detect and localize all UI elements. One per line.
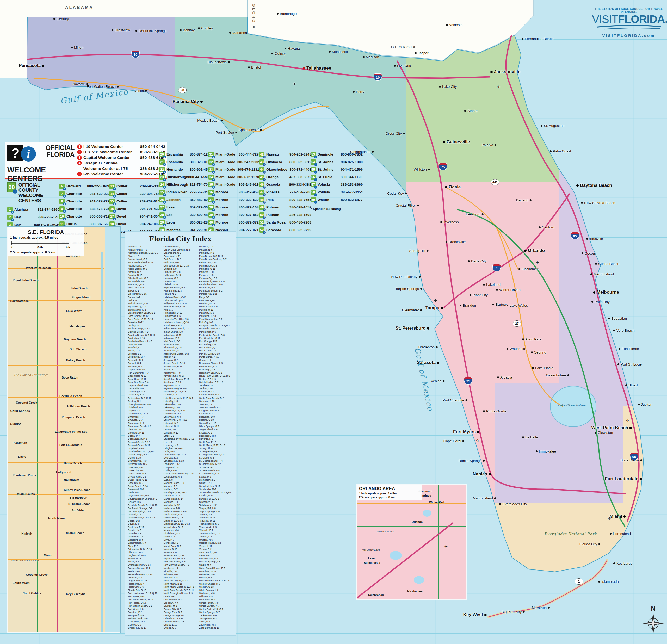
county-phone: 305-245-9180 [239, 183, 261, 186]
city-index-entry: Ocala, M-5 [164, 595, 197, 598]
atlantic-ocean-strip [105, 228, 119, 632]
welcome-center-number: 5 [77, 172, 82, 176]
city-index-entry: Crescent City, N-5 [128, 462, 162, 465]
city-index-entry: Jacksonville Beach, O-2 [164, 352, 197, 356]
county-row: 6iBroward800-22-SUNNY [60, 182, 112, 190]
welcome-center-name-line: Joseph O. Striska [83, 160, 140, 166]
county-phone: 800-322-3319 [290, 160, 311, 164]
county-name: Putnam [266, 205, 290, 209]
county-number: 11i [60, 221, 65, 227]
county-name: Leon [166, 220, 190, 224]
logo-swoosh [596, 25, 661, 31]
city-index-entry: Lantana, R-12 [164, 431, 197, 434]
city-index-entry: Live Oak, K-2 [164, 456, 197, 459]
city-index-entry: Keystone Heights, M-4 [164, 387, 197, 390]
city-index-entry: Naples, N-13 [164, 548, 197, 551]
city-index-entry: Seagrove Beach, E-2 [199, 409, 233, 412]
city-index-entry: Lamont, J-2 [164, 428, 197, 431]
county-name: Monroe [215, 190, 239, 194]
county-number: 38i [208, 205, 214, 210]
city-index-entry: St. James City, M-12 [199, 462, 233, 465]
city-index-entry: Singer Island, C-8 [199, 428, 233, 431]
county-name: Miami-Dade [215, 183, 239, 186]
city-index-entry: Tampa, F-7, L-8 [199, 507, 233, 510]
city-index-entry: Everglades City, O-14 [128, 563, 162, 566]
city-index-entry: Wimauma, M-9 [199, 598, 233, 601]
city-index-entry: Bokeelia, M-12 [128, 321, 162, 324]
city-index-entry: Key West, N-17 [164, 384, 197, 387]
city-index-entry: White Springs, L-2 [199, 589, 233, 592]
city-index-entry: Punta Gorda, N-11 [199, 356, 233, 359]
city-index-entry: Chipley, F-1 [128, 409, 162, 412]
se-inset-city-label: Deerfield Beach [60, 394, 82, 398]
city-index-entry: Lauderdale-by-the-Sea, C-12 [164, 437, 197, 441]
se-inset-city-label: Gulf Stream [69, 348, 86, 351]
city-index-entry: Cross Creek, M-5 [128, 472, 162, 475]
orlando-inset-label: Walt Disney World [362, 549, 380, 551]
city-index-entry: Crystal River, L-6 [128, 475, 162, 478]
county-number: 55i [311, 167, 316, 172]
county-legend-title-line2: WELCOME CENTERS [18, 193, 60, 203]
city-index-entry: Sanford, O-6 [199, 387, 233, 390]
welcome-center-name: U.S. 231 Welcome Center [83, 149, 140, 155]
city-index-entry: Orlando, L-15, O-7 [164, 617, 197, 620]
city-index-entry: Winter Haven, N-8 [199, 601, 233, 605]
city-index-entry: Waldo, M-4 [199, 563, 233, 566]
city-index-entry: Branford, L-3 [128, 346, 162, 349]
city-index-entry: St. Petersburg, L-9 [199, 472, 233, 475]
county-number: 51i [259, 220, 264, 225]
city-index-entry: Matlacha, M-12 [164, 503, 197, 507]
county-row: 59iWalton800-822-6877 [311, 196, 363, 203]
city-index-entry: Trenton, L-4 [199, 535, 233, 538]
city-index-entry: Indian Shores, L-9 [164, 330, 197, 333]
welcome-centers-list: 1I-10 Welcome Center850-944-04422U.S. 23… [75, 144, 165, 177]
county-row: 15iCollier239-262-6141 [110, 197, 162, 205]
city-index-entry: Micanopy, M-4 [164, 529, 197, 532]
city-index-entry: Palm Bay, P-8 [199, 251, 233, 254]
city-index-entry: Clearwater Beach, L-8 [128, 425, 162, 428]
city-index-entry: Apalachicola, G-4 [128, 264, 162, 267]
county-number: 36i [208, 189, 214, 195]
county-name: Jackson [166, 198, 190, 202]
county-phone: 904-471-1596 [341, 167, 363, 171]
city-index-entry: Ebro, E-2 [128, 544, 162, 548]
city-index-entry: Spring Hill, L-7 [199, 447, 233, 450]
county-number: 29i [160, 220, 165, 225]
city-index-entry: Old Town, K-4 [164, 601, 197, 605]
county-number: 25i [160, 189, 165, 195]
county-row: 54iSt. Johns904-825-1000 [311, 158, 363, 166]
city-index-entry: Delray Beach, C-10, R-12 [128, 516, 162, 519]
county-row: 28iLee239-590-4855 [160, 211, 212, 218]
city-index-entry: Zephyrhills, M-8 [199, 623, 233, 626]
city-index-entry: Monticello, I-2 [164, 541, 197, 544]
city-index-entry: South Bay, P-12 [199, 441, 233, 444]
city-index-entry: Leesburg, N-6 [164, 444, 197, 447]
county-phone: 800-22-SUNNY [87, 184, 112, 188]
city-index-entry: Gulf Stream, R-12, C-10 [164, 264, 197, 267]
county-name: Hillsborough [166, 183, 190, 186]
city-index-entry: Groveland, N-7 [164, 254, 197, 258]
se-inset-city-label: The Florida Everglades [14, 373, 48, 377]
city-index-entry: Lake Wales, N-9 [164, 415, 197, 418]
city-index-entry: Deerfield Beach, C-11, Q-13 [128, 503, 162, 507]
city-index-entry: Pembroke Pines, B-14 [199, 283, 233, 286]
se-inset-scale-text: 1 inch equals approx. 5.5 miles [10, 236, 82, 240]
county-phone: 800-603-7198 [90, 214, 112, 218]
city-index-entry: Vero Beach, Q-9 [199, 551, 233, 554]
city-index-entry: Newberry, L-4 [164, 567, 197, 570]
city-index-entry: Tallahassee, H-2 [199, 503, 233, 507]
se-inset-city-label: Lauderdale-by-the-Sea [55, 430, 87, 433]
city-index-entry: Cape Canaveral, [128, 368, 162, 371]
orlando-inset-title: ORLANDO AREA [359, 486, 420, 491]
city-index-entry: Port St. Lucie, Q-10 [199, 352, 233, 356]
se-inset-city-label: Palm Beach [70, 286, 87, 290]
city-index-entry: Coconut Creek, B-12 [128, 441, 162, 444]
county-name: Duval [116, 207, 140, 211]
county-row: 14iCollier239-394-7549 [110, 190, 162, 197]
city-index-entry: St. Marks, I-3 [199, 466, 233, 469]
county-number: 28i [160, 212, 165, 217]
city-index-entry: Sunny Isles Beach, C-15, Q-14 [199, 491, 233, 494]
inset-road [8, 527, 104, 527]
se-inset-city-label: Manalapan [69, 325, 85, 328]
city-index-entry: Gulfport, L-9 [164, 267, 197, 270]
